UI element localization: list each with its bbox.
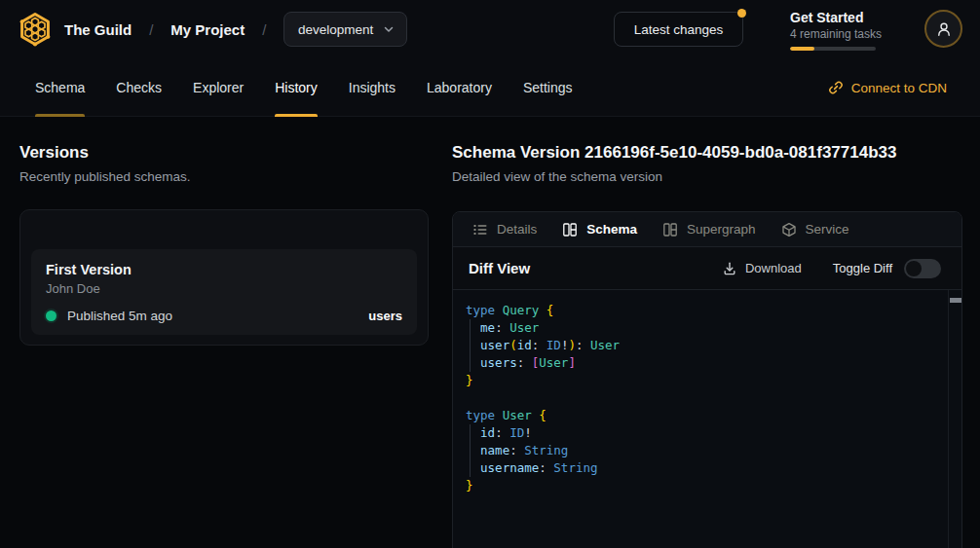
indent-guide bbox=[470, 319, 471, 372]
chain-link-icon bbox=[828, 80, 844, 95]
code-line: type Query { bbox=[466, 302, 936, 319]
get-started-progressbar bbox=[790, 47, 876, 51]
detail-tab-label: Schema bbox=[586, 222, 637, 237]
detail-tab-label: Service bbox=[806, 222, 849, 237]
latest-changes-label: Latest changes bbox=[634, 22, 724, 37]
nav-tab-label: Insights bbox=[349, 80, 396, 95]
schema-version-title: Schema Version 2166196f-5e10-4059-bd0a-0… bbox=[452, 142, 962, 164]
person-icon bbox=[935, 20, 953, 38]
notification-dot bbox=[737, 9, 746, 18]
version-list-item[interactable]: First Version John Doe Published 5m ago … bbox=[31, 249, 417, 335]
code-line: user(id: ID!): User bbox=[466, 337, 936, 354]
scrollbar-thumb[interactable] bbox=[950, 298, 961, 303]
schema-code-viewer[interactable]: type Query { me: User user(id: ID!): Use… bbox=[453, 290, 961, 548]
code-line: type User { bbox=[466, 407, 936, 424]
published-status-dot-icon bbox=[46, 311, 57, 321]
detail-tab-supergraph[interactable]: Supergraph bbox=[662, 222, 756, 237]
tab-underline bbox=[275, 114, 318, 117]
versions-title: Versions bbox=[19, 142, 429, 164]
code-line: } bbox=[466, 372, 936, 389]
tab-underline bbox=[349, 114, 396, 117]
versions-panel: Versions Recently published schemas. Fir… bbox=[19, 142, 429, 184]
target-selector-dropdown[interactable]: development bbox=[283, 12, 407, 47]
service-badge: users bbox=[368, 309, 402, 323]
toggle-diff-switch[interactable] bbox=[904, 259, 941, 278]
target-selector-value: development bbox=[298, 22, 373, 37]
connect-to-cdn-link[interactable]: Connect to CDN bbox=[828, 58, 947, 117]
nav-tab-label: Schema bbox=[35, 80, 85, 95]
tab-underline bbox=[116, 114, 162, 117]
get-started-widget[interactable]: Get Started 4 remaining tasks bbox=[790, 9, 876, 51]
version-status-row: Published 5m ago users bbox=[46, 309, 402, 323]
download-button[interactable]: Download bbox=[722, 261, 802, 276]
get-started-title: Get Started bbox=[790, 9, 876, 26]
nav-tab-label: Settings bbox=[523, 80, 573, 95]
chevron-down-icon bbox=[383, 23, 395, 35]
download-label: Download bbox=[745, 261, 802, 275]
tab-underline bbox=[523, 114, 573, 117]
nav-tab-label: History bbox=[275, 80, 318, 95]
code-line: me: User bbox=[466, 319, 936, 337]
user-avatar-button[interactable] bbox=[924, 10, 962, 48]
detail-tab-schema[interactable]: Schema bbox=[562, 222, 637, 237]
hive-logo-icon[interactable] bbox=[16, 10, 55, 49]
code-line bbox=[466, 389, 936, 407]
version-detail-box: Details Schema Supergraph bbox=[452, 211, 962, 548]
versions-list-card: First Version John Doe Published 5m ago … bbox=[19, 209, 429, 346]
nav-tab-schema[interactable]: Schema bbox=[35, 58, 85, 117]
indent-guide bbox=[470, 424, 471, 477]
bullet-list-icon bbox=[472, 222, 488, 237]
cube-icon bbox=[781, 222, 797, 237]
progress-fill bbox=[790, 47, 814, 51]
toggle-knob bbox=[906, 261, 922, 276]
version-author: John Doe bbox=[46, 280, 402, 297]
detail-tabs: Details Schema Supergraph bbox=[453, 212, 961, 247]
detail-tab-label: Details bbox=[497, 222, 537, 237]
code-scrollbar[interactable] bbox=[948, 290, 961, 548]
app-header: The Guild / My Project / development Lat… bbox=[0, 0, 980, 58]
versions-subtitle: Recently published schemas. bbox=[19, 169, 429, 184]
nav-tab-history[interactable]: History bbox=[275, 58, 318, 117]
tab-underline bbox=[193, 114, 244, 117]
two-columns-icon bbox=[562, 222, 578, 237]
nav-tab-laboratory[interactable]: Laboratory bbox=[427, 58, 492, 117]
code-content: type Query { me: User user(id: ID!): Use… bbox=[466, 302, 936, 494]
nav-tab-label: Explorer bbox=[193, 80, 244, 95]
breadcrumb: The Guild / My Project / bbox=[64, 0, 266, 58]
nav-tab-checks[interactable]: Checks bbox=[116, 58, 162, 117]
diff-view-title: Diff View bbox=[469, 260, 530, 276]
breadcrumb-org[interactable]: The Guild bbox=[64, 21, 132, 38]
detail-tab-label: Supergraph bbox=[687, 222, 756, 237]
tab-underline bbox=[35, 114, 85, 117]
connect-to-cdn-label: Connect to CDN bbox=[851, 81, 947, 95]
two-columns-icon bbox=[662, 222, 678, 237]
detail-tab-details[interactable]: Details bbox=[472, 222, 537, 237]
breadcrumb-project[interactable]: My Project bbox=[170, 21, 245, 38]
nav-tab-insights[interactable]: Insights bbox=[349, 58, 396, 117]
code-line: users: [User] bbox=[466, 354, 936, 372]
nav-tab-label: Laboratory bbox=[427, 80, 492, 95]
code-line: } bbox=[466, 477, 936, 494]
nav-tab-settings[interactable]: Settings bbox=[523, 58, 573, 117]
nav-tab-label: Checks bbox=[116, 80, 162, 95]
diff-view-header: Diff View Download Toggle Diff bbox=[453, 247, 961, 290]
nav-tabs: Schema Checks Explorer History Insights … bbox=[35, 58, 573, 117]
version-name: First Version bbox=[46, 261, 402, 279]
version-detail-header: Schema Version 2166196f-5e10-4059-bd0a-0… bbox=[452, 142, 962, 184]
toggle-diff-label: Toggle Diff bbox=[833, 261, 892, 275]
diff-actions: Download Toggle Diff bbox=[722, 259, 941, 278]
code-line: username: String bbox=[466, 459, 936, 477]
tab-underline bbox=[427, 114, 492, 117]
breadcrumb-separator: / bbox=[149, 21, 153, 38]
get-started-tasks: 4 remaining tasks bbox=[790, 26, 876, 42]
schema-version-subtitle: Detailed view of the schema version bbox=[452, 169, 962, 184]
code-line: id: ID! bbox=[466, 424, 936, 442]
latest-changes-button[interactable]: Latest changes bbox=[614, 12, 743, 47]
detail-tab-service[interactable]: Service bbox=[781, 222, 849, 237]
nav-tab-explorer[interactable]: Explorer bbox=[193, 58, 244, 117]
download-icon bbox=[722, 261, 737, 276]
code-line: name: String bbox=[466, 442, 936, 459]
version-published-time: Published 5m ago bbox=[67, 309, 172, 323]
target-nav: Schema Checks Explorer History Insights … bbox=[0, 58, 980, 117]
breadcrumb-separator: / bbox=[262, 21, 266, 38]
